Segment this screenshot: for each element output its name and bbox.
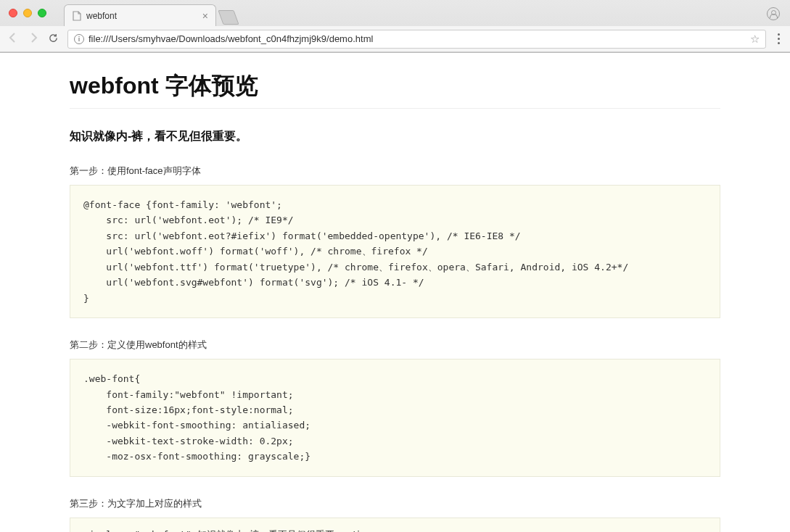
address-bar[interactable]: i file:///Users/smyhvae/Downloads/webfon… [67,30,766,49]
page-subtitle: 知识就像内-裤，看不见但很重要。 [70,129,720,144]
step-label: 第一步：使用font-face声明字体 [70,165,720,178]
browser-tab[interactable]: webfont × [64,4,216,26]
url-text: file:///Users/smyhvae/Downloads/webfont_… [89,33,373,44]
code-block[interactable]: .web-font{ font-family:"webfont" !import… [70,359,720,477]
page-content: webfont 字体预览 知识就像内-裤，看不见但很重要。 第一步：使用font… [0,53,790,532]
browser-chrome: webfont × i file:///Users/smyhvae/Downlo… [0,0,790,53]
tab-title: webfont [86,11,198,21]
browser-menu-button[interactable] [775,33,783,44]
profile-icon [767,7,780,20]
step-label: 第二步：定义使用webfont的样式 [70,338,720,352]
browser-toolbar: i file:///Users/smyhvae/Downloads/webfon… [0,26,790,52]
code-block[interactable]: <i class="web-font">知识就像内-裤，看不见但很重要。</i> [70,518,720,532]
forward-button[interactable] [28,32,39,46]
window-controls: webfont × [0,0,790,26]
step-label: 第三步：为文字加上对应的样式 [70,497,720,510]
file-icon [72,11,82,21]
back-button[interactable] [7,32,19,46]
profile-button[interactable] [767,7,780,20]
close-tab-icon[interactable]: × [202,11,208,21]
minimize-window-button[interactable] [23,9,32,17]
site-info-icon[interactable]: i [74,34,84,44]
maximize-window-button[interactable] [38,9,46,17]
tabs-row: webfont × [64,0,236,26]
close-window-button[interactable] [9,9,17,17]
bookmark-star-icon[interactable]: ☆ [750,33,760,46]
code-block[interactable]: @font-face {font-family: 'webfont'; src:… [70,185,720,318]
new-tab-button[interactable] [218,10,239,25]
traffic-lights [9,9,46,17]
reload-button[interactable] [48,33,59,46]
page-title: webfont 字体预览 [70,70,720,109]
